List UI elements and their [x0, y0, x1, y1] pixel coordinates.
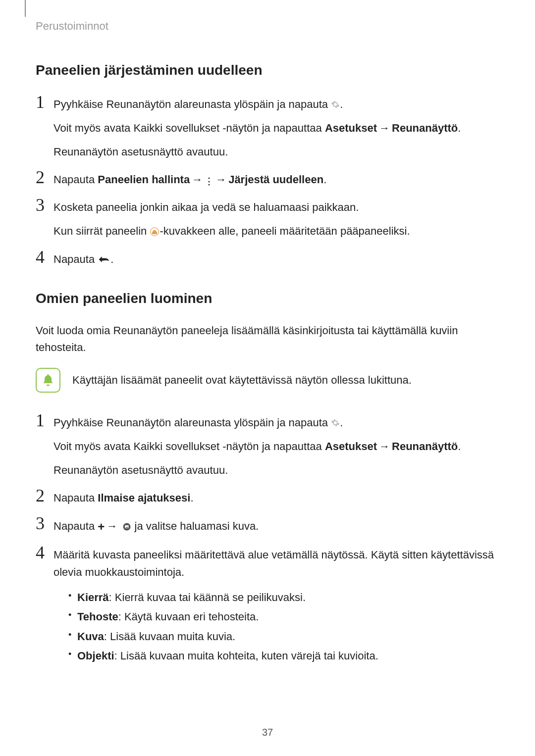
step-3b: 3 Napauta +→ ja valitse haluamasi kuva. [36, 515, 499, 536]
bullet-list: Kierrä: Kierrä kuvaa tai käännä se peili… [54, 588, 499, 666]
step-4b: 4 Määritä kuvasta paneeliksi määritettäv… [36, 545, 499, 666]
image-icon [122, 519, 131, 528]
step-body: Pyyhkäise Reunanäytön alareunasta ylöspä… [54, 412, 499, 479]
step-2: 2 Napauta Paneelien hallinta→⋮→Järjestä … [36, 169, 499, 188]
gear-icon [331, 97, 340, 106]
step-text: Pyyhkäise Reunanäytön alareunasta ylöspä… [54, 96, 499, 113]
section-heading-create: Omien paneelien luominen [36, 291, 499, 306]
step-number: 1 [36, 94, 54, 110]
step-text: Napauta . [54, 251, 499, 268]
page: Perustoiminnot Paneelien järjestäminen u… [0, 0, 535, 756]
step-number: 4 [36, 545, 54, 560]
list-item: Kierrä: Kierrä kuvaa tai käännä se peili… [68, 588, 499, 607]
step-1: 1 Pyyhkäise Reunanäytön alareunasta ylös… [36, 94, 499, 160]
page-number: 37 [0, 727, 535, 738]
step-text: Kosketa paneelia jonkin aikaa ja vedä se… [54, 199, 499, 216]
step-2b: 2 Napauta Ilmaise ajatuksesi. [36, 488, 499, 506]
step-number: 3 [36, 515, 54, 531]
step-body: Kosketa paneelia jonkin aikaa ja vedä se… [54, 197, 499, 240]
breadcrumb: Perustoiminnot [36, 20, 499, 33]
step-text: Kun siirrät paneelin -kuvakkeen alle, pa… [54, 223, 499, 240]
step-text: Napauta Ilmaise ajatuksesi. [54, 490, 499, 506]
step-4: 4 Napauta . [36, 249, 499, 268]
step-body: Napauta Paneelien hallinta→⋮→Järjestä uu… [54, 169, 499, 188]
step-text: Reunanäytön asetusnäyttö avautuu. [54, 462, 499, 479]
section-heading-rearrange: Paneelien järjestäminen uudelleen [36, 62, 499, 78]
step-number: 3 [36, 197, 54, 213]
step-body: Napauta +→ ja valitse haluamasi kuva. [54, 515, 499, 536]
back-icon [98, 252, 110, 261]
step-3: 3 Kosketa paneelia jonkin aikaa ja vedä … [36, 197, 499, 240]
step-1b: 1 Pyyhkäise Reunanäytön alareunasta ylös… [36, 412, 499, 479]
step-body: Pyyhkäise Reunanäytön alareunasta ylöspä… [54, 94, 499, 160]
more-dots-icon: ⋮ [205, 179, 214, 184]
gear-icon [331, 415, 340, 424]
step-text: Voit myös avata Kaikki sovellukset -näyt… [54, 120, 499, 137]
note-text: Käyttäjän lisäämät paneelit ovat käytett… [72, 372, 412, 388]
top-margin-bar [25, 0, 26, 17]
step-number: 4 [36, 249, 54, 265]
step-text: Voit myös avata Kaikki sovellukset -näyt… [54, 438, 499, 455]
note-bell-icon [36, 368, 60, 393]
home-icon [150, 225, 160, 235]
step-body: Napauta Ilmaise ajatuksesi. [54, 488, 499, 506]
step-text: Määritä kuvasta paneeliksi määritettävä … [54, 547, 499, 580]
step-text: Pyyhkäise Reunanäytön alareunasta ylöspä… [54, 414, 499, 431]
step-number: 1 [36, 412, 54, 428]
step-number: 2 [36, 488, 54, 504]
list-item: Objekti: Lisää kuvaan muita kohteita, ku… [68, 646, 499, 666]
note-box: Käyttäjän lisäämät paneelit ovat käytett… [36, 368, 499, 393]
step-text: Napauta +→ ja valitse haluamasi kuva. [54, 517, 499, 536]
step-body: Määritä kuvasta paneeliksi määritettävä … [54, 545, 499, 666]
list-item: Tehoste: Käytä kuvaan eri tehosteita. [68, 607, 499, 627]
step-text: Napauta Paneelien hallinta→⋮→Järjestä uu… [54, 171, 499, 188]
step-number: 2 [36, 169, 54, 185]
step-body: Napauta . [54, 249, 499, 268]
step-text: Reunanäytön asetusnäyttö avautuu. [54, 144, 499, 160]
section-intro: Voit luoda omia Reunanäytön paneeleja li… [36, 322, 499, 356]
plus-icon: + [98, 517, 105, 536]
list-item: Kuva: Lisää kuvaan muita kuvia. [68, 627, 499, 647]
